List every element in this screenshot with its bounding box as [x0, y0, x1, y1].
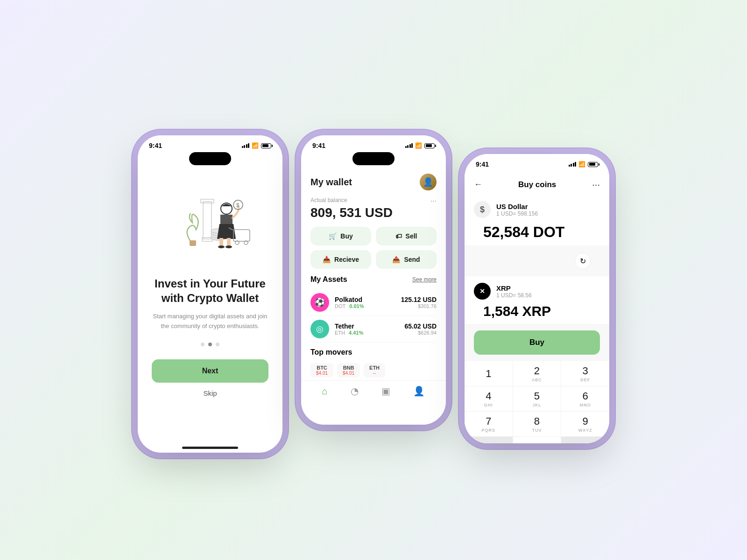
- key-backspace[interactable]: ⌫: [561, 437, 609, 443]
- send-icon: 📤: [392, 256, 400, 263]
- dot-1: [201, 343, 204, 346]
- wallet-icon: ▣: [381, 385, 390, 397]
- nav-chart[interactable]: ◔: [351, 385, 359, 397]
- status-icons-3: 📶: [569, 161, 599, 168]
- status-bar-1: 9:41 📶: [138, 135, 282, 152]
- battery-icon-2: [424, 143, 435, 148]
- buy-title: Buy coins: [518, 180, 556, 189]
- mover-bnb[interactable]: BNB $4.01: [337, 363, 360, 378]
- tether-change: 4.41%: [349, 330, 363, 336]
- phone-onboarding: 9:41 📶: [138, 135, 282, 453]
- key-0[interactable]: 0: [513, 437, 561, 443]
- receive-button[interactable]: 📥 Recieve: [310, 250, 371, 269]
- tether-info: Tether ETH 4.41%: [335, 322, 399, 336]
- key-1[interactable]: 1: [465, 361, 513, 386]
- status-bar-3: 9:41 📶: [465, 154, 609, 171]
- dot-2: [208, 343, 212, 346]
- balance-amount: 809, 531 USD: [310, 205, 437, 220]
- buy-coins-content: ← Buy coins ··· $ US Dollar 1 USD= 598.1…: [465, 175, 609, 443]
- balance-section: Actual balance ··· 809, 531 USD: [301, 193, 446, 227]
- xrp-section: ✕ XRP 1 USD= 58.56 1,584 XRP: [465, 276, 609, 324]
- key-2[interactable]: 2 ABC: [513, 361, 561, 386]
- tether-sub: $626.94: [405, 330, 437, 336]
- polkatod-type: DOT: [335, 303, 345, 309]
- polkatod-usd: 125.12 USD: [401, 296, 437, 303]
- action-buttons: 🛒 Buy 🏷 Sell 📥 Recieve 📤 Send: [301, 227, 446, 275]
- movers-strip: BTC $4.01 BNB $4.01 ETH --: [301, 360, 446, 380]
- onboard-subtitle: Start managing your digital assets and j…: [152, 312, 268, 331]
- key-empty: [465, 437, 513, 443]
- nav-profile[interactable]: 👤: [413, 385, 425, 397]
- usd-section: $ US Dollar 1 USD= 598.156 52,584 DOT: [465, 195, 609, 245]
- svg-rect-1: [201, 199, 214, 203]
- xrp-name: XRP: [496, 284, 532, 292]
- wifi-icon-1: 📶: [252, 142, 259, 149]
- key-4[interactable]: 4 GHI: [465, 386, 513, 411]
- more-options-button[interactable]: ···: [592, 179, 600, 190]
- xrp-info: XRP 1 USD= 58.56: [496, 284, 532, 299]
- buy-button[interactable]: 🛒 Buy: [310, 227, 371, 245]
- signal-icon-2: [405, 143, 413, 148]
- usd-icon: $: [474, 201, 491, 218]
- pagination-dots: [201, 343, 219, 346]
- xrp-icon: ✕: [474, 283, 491, 300]
- nav-home[interactable]: ⌂: [322, 386, 328, 397]
- assets-title: My Assets: [310, 275, 347, 284]
- sell-button[interactable]: 🏷 Sell: [376, 227, 437, 245]
- balance-label: Actual balance: [310, 197, 347, 203]
- usd-rate: 1 USD= 598.156: [496, 210, 538, 217]
- tether-usd: 65.02 USD: [405, 322, 437, 330]
- asset-tether[interactable]: ◎ Tether ETH 4.41% 65.02 USD $626.94: [310, 316, 437, 343]
- xrp-row: ✕ XRP 1 USD= 58.56: [474, 283, 600, 300]
- battery-icon-3: [588, 162, 598, 167]
- home-icon: ⌂: [322, 386, 328, 397]
- onboarding-illustration: $: [163, 174, 257, 267]
- top-movers-title: Top movers: [301, 343, 446, 360]
- polkatod-info: Polkatod DOT 0.01%: [335, 296, 395, 309]
- next-button[interactable]: Next: [152, 359, 268, 383]
- tether-name: Tether: [335, 322, 399, 330]
- wifi-icon-3: 📶: [578, 161, 585, 168]
- status-bar-2: 9:41 📶: [301, 135, 446, 152]
- skip-button[interactable]: Skip: [203, 389, 217, 397]
- key-8[interactable]: 8 TUV: [513, 412, 561, 436]
- nav-wallet[interactable]: ▣: [381, 385, 390, 397]
- asset-polkatod[interactable]: ⚽ Polkatod DOT 0.01% 125.12 USD $301.76: [310, 289, 437, 316]
- refresh-button[interactable]: ↻: [575, 253, 591, 269]
- key-6[interactable]: 6 MNO: [561, 386, 609, 411]
- user-avatar[interactable]: 👤: [420, 174, 437, 190]
- time-3: 9:41: [476, 161, 489, 168]
- polkatod-sub: $301.76: [401, 303, 437, 309]
- send-button[interactable]: 📤 Send: [376, 250, 437, 269]
- dynamic-island-2: [352, 152, 395, 165]
- back-button[interactable]: ←: [474, 180, 482, 189]
- key-9[interactable]: 9 WXYZ: [561, 412, 609, 436]
- buy-action-button[interactable]: Buy: [474, 330, 600, 355]
- mover-eth[interactable]: ETH --: [364, 363, 385, 378]
- usd-info: US Dollar 1 USD= 598.156: [496, 203, 538, 217]
- key-7[interactable]: 7 PQRS: [465, 412, 513, 436]
- tag-icon: 🏷: [395, 232, 402, 240]
- assets-header: My Assets See more: [310, 275, 437, 284]
- numpad: 1 2 ABC 3 DEF 4 GHI 5 JKL 6 MNO: [465, 361, 609, 443]
- key-5[interactable]: 5 JKL: [513, 386, 561, 411]
- svg-rect-14: [190, 240, 196, 246]
- polkatod-icon: ⚽: [310, 293, 329, 312]
- key-3[interactable]: 3 DEF: [561, 361, 609, 386]
- balance-options-button[interactable]: ···: [430, 197, 437, 205]
- signal-icon-3: [569, 162, 577, 167]
- svg-rect-9: [227, 238, 231, 246]
- wifi-icon-2: 📶: [415, 142, 422, 149]
- tether-icon: ◎: [310, 320, 329, 338]
- svg-text:$: $: [236, 202, 240, 209]
- buy-coins-header: ← Buy coins ···: [465, 175, 609, 195]
- battery-icon-1: [261, 143, 271, 148]
- usd-row: $ US Dollar 1 USD= 598.156: [474, 201, 600, 218]
- xrp-rate: 1 USD= 58.56: [496, 292, 532, 299]
- time-2: 9:41: [312, 142, 325, 149]
- see-more-link[interactable]: See more: [412, 276, 437, 283]
- cart-icon: 🛒: [329, 232, 337, 240]
- onboarding-content: $ Invest in Your Future with Crypto Wall…: [138, 169, 282, 442]
- mover-btc[interactable]: BTC $4.01: [310, 363, 333, 378]
- dynamic-island-1: [189, 152, 231, 165]
